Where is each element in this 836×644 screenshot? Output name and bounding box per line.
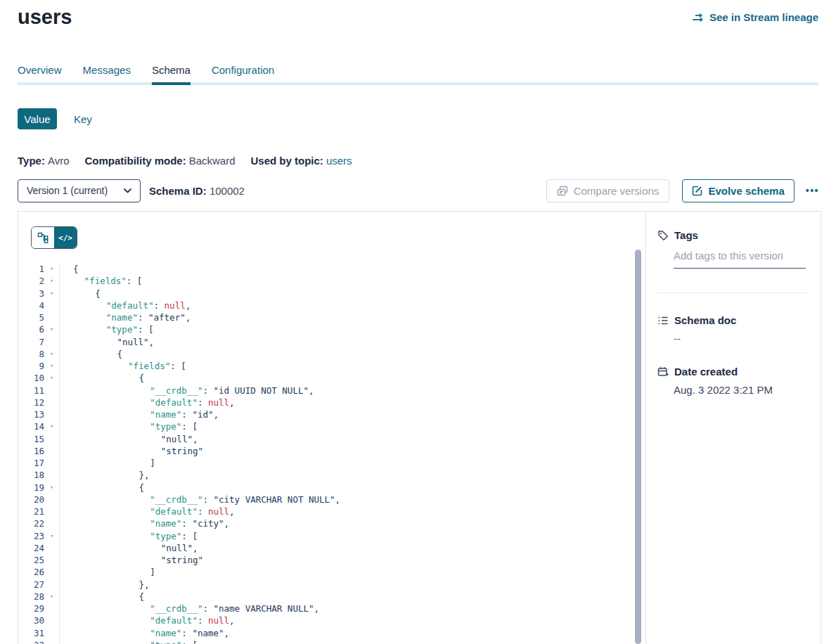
code-gutter: 17: [18, 457, 60, 469]
version-select[interactable]: Version 1 (current): [18, 179, 141, 202]
code-gutter: 2▾: [18, 275, 60, 287]
collapse-toggle-spacer: [44, 554, 59, 566]
tab-messages[interactable]: Messages: [83, 62, 131, 85]
code-line: 31"name": "name",: [18, 627, 634, 639]
compare-versions-button[interactable]: Compare versions: [546, 179, 670, 202]
collapse-toggle-spacer: [44, 614, 59, 626]
schema-doc-value: --: [674, 333, 806, 344]
schema-code-viewer[interactable]: 1▾{2▾"fields": [3▾{4"default": null,5"na…: [18, 248, 634, 644]
collapse-toggle-icon[interactable]: ▾: [44, 591, 59, 603]
line-number: 19: [18, 482, 44, 494]
line-number: 29: [18, 603, 44, 614]
stream-lineage-label: See in Stream lineage: [709, 11, 818, 23]
code-line: 27},: [18, 579, 634, 591]
code-gutter: 4: [18, 300, 60, 311]
tags-heading-label: Tags: [674, 229, 698, 241]
code-line-content: ]: [60, 457, 155, 469]
code-line: 20"__crdb__": "city VARCHAR NOT NULL",: [18, 494, 634, 505]
code-line-content: {: [60, 288, 101, 300]
compare-versions-icon: [557, 186, 568, 196]
line-number: 15: [18, 433, 44, 445]
collapse-toggle-spacer: [44, 300, 59, 311]
code-line: 29"__crdb__": "name VARCHAR NULL",: [18, 603, 634, 614]
topic-link[interactable]: users: [326, 155, 352, 167]
code-line: 4"default": null,: [18, 300, 634, 311]
code-line: 28▾{: [18, 591, 634, 603]
code-line-content: {: [60, 263, 79, 275]
code-gutter: 27: [18, 579, 60, 591]
code-line-content: "type": [: [60, 530, 198, 542]
code-line: 6▾"type": [: [18, 323, 634, 335]
tab-configuration[interactable]: Configuration: [212, 62, 274, 85]
code-line: 7"null",: [18, 336, 634, 348]
code-line-content: "name": "city",: [60, 517, 229, 529]
line-number: 11: [18, 385, 44, 397]
evolve-schema-button[interactable]: Evolve schema: [682, 179, 794, 202]
collapse-toggle-icon[interactable]: ▾: [44, 275, 59, 287]
code-line: 5"name": "after",: [18, 311, 634, 323]
value-tab-button[interactable]: Value: [18, 108, 57, 129]
meta-item: Type:Avro: [18, 155, 69, 167]
meta-value: Avro: [48, 155, 70, 167]
collapse-toggle-spacer: [44, 408, 59, 420]
value-key-toggle: Value Key: [18, 108, 92, 129]
code-gutter: 1▾: [18, 263, 60, 275]
code-line: 30"default": null,: [18, 614, 634, 626]
code-gutter: 11: [18, 385, 60, 397]
code-gutter: 23▾: [18, 530, 60, 542]
collapse-toggle-icon[interactable]: ▾: [44, 360, 59, 372]
date-created-value: Aug. 3 2022 3:21 PM: [674, 384, 806, 396]
code-gutter: 18: [18, 469, 60, 481]
schema-panel: </> 1▾{2▾"fields": [3▾{4"default": null,…: [18, 211, 821, 644]
code-line-content: "type": [: [60, 323, 154, 335]
collapse-toggle-spacer: [44, 445, 59, 457]
collapse-toggle-spacer: [44, 627, 59, 639]
collapse-toggle-icon[interactable]: ▾: [44, 348, 59, 360]
collapse-toggle-icon[interactable]: ▾: [44, 482, 59, 494]
meta-label: Used by topic:: [251, 155, 323, 167]
code-line: 1▾{: [18, 263, 634, 275]
evolve-schema-icon: [692, 186, 702, 196]
line-number: 32: [18, 639, 44, 644]
collapse-toggle-icon[interactable]: ▾: [44, 530, 59, 542]
collapse-toggle-icon[interactable]: ▾: [44, 288, 59, 300]
key-tab-button[interactable]: Key: [74, 113, 92, 125]
more-actions-button[interactable]: •••: [802, 182, 823, 199]
collapse-toggle-icon[interactable]: ▾: [44, 323, 59, 335]
code-line-content: "name": "id",: [60, 408, 219, 420]
code-view-button[interactable]: </>: [54, 227, 77, 248]
add-tags-input[interactable]: [674, 250, 806, 269]
line-number: 28: [18, 591, 44, 603]
code-gutter: 15: [18, 433, 60, 445]
schema-doc-heading-label: Schema doc: [674, 314, 736, 326]
code-line-content: "default": null,: [60, 300, 191, 311]
tab-overview[interactable]: Overview: [18, 62, 62, 85]
code-gutter: 9▾: [18, 360, 60, 372]
collapse-toggle-icon[interactable]: ▾: [44, 639, 59, 644]
code-line: 3▾{: [18, 288, 634, 300]
code-gutter: 22: [18, 517, 60, 529]
meta-item: Compatibility mode:Backward: [84, 155, 235, 167]
compare-versions-label: Compare versions: [574, 185, 660, 197]
code-line-content: "null",: [60, 336, 154, 348]
collapse-toggle-icon[interactable]: ▾: [44, 420, 59, 432]
line-number: 13: [18, 408, 44, 420]
doc-list-icon: [657, 315, 669, 326]
line-number: 1: [18, 263, 44, 275]
tree-view-button[interactable]: [32, 227, 54, 248]
code-gutter: 7: [18, 336, 60, 348]
line-number: 18: [18, 469, 44, 481]
code-scrollbar[interactable]: [635, 250, 641, 644]
code-line-content: "__crdb__": "name VARCHAR NULL",: [60, 603, 319, 614]
line-number: 21: [18, 505, 44, 517]
code-line-content: "null",: [60, 542, 198, 554]
tab-schema[interactable]: Schema: [152, 62, 191, 85]
stream-lineage-link[interactable]: See in Stream lineage: [692, 11, 818, 23]
collapse-toggle-icon[interactable]: ▾: [44, 372, 59, 384]
line-number: 31: [18, 627, 44, 639]
collapse-toggle-spacer: [44, 397, 59, 408]
line-number: 10: [18, 372, 44, 384]
collapse-toggle-icon[interactable]: ▾: [44, 263, 59, 275]
code-line: 15"null",: [18, 433, 634, 445]
code-gutter: 20: [18, 494, 60, 505]
